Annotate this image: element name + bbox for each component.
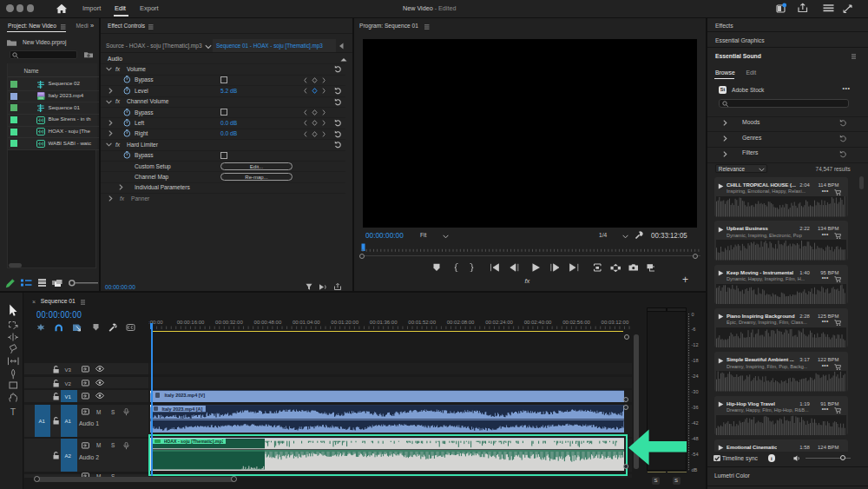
- svg-text:T: T: [10, 406, 16, 417]
